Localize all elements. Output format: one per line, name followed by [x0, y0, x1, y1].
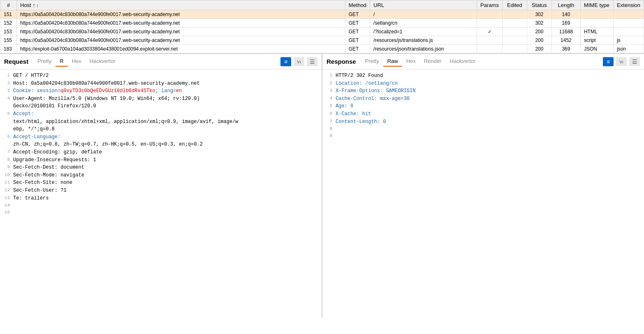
line-text: Accept: — [13, 110, 34, 118]
line-number: 5 — [2, 110, 13, 117]
line-text: Cache-Control: max-age=30 — [336, 95, 410, 103]
copy-btn-resp[interactable]: ≡ — [603, 57, 614, 66]
line-number: 4 — [325, 95, 336, 102]
response-header: Response Pretty Raw Hex Render Hackverto… — [322, 54, 644, 70]
line-number: 15 — [2, 209, 13, 216]
code-line: zh-CN, zh;q=0.8, zh-TW;q=0.7, zh-HK;q=0.… — [2, 141, 320, 148]
code-line: ebp, */*;q=0.8 — [2, 125, 320, 133]
code-line: 12Sec-Fetch-User: ?1 — [2, 187, 320, 195]
code-line: 9Sec-Fetch-Dest: document — [2, 164, 320, 172]
line-number: 14 — [2, 202, 13, 209]
line-text: Cookie: session=q0xyTD3c0bQeEDvGUz10dlb6… — [13, 87, 182, 95]
code-line: 8Upgrade-Insecure-Requests: 1 — [2, 156, 320, 164]
tab-hex-resp[interactable]: Hex — [402, 56, 420, 67]
line-text: Gecko/20100101 Firefox/120.0 — [13, 102, 96, 110]
request-content: 1GET / HTTP/22Host: 0a5a004204c830b080a7… — [0, 70, 322, 318]
line-number: 3 — [2, 87, 13, 94]
code-line: 5Age: 8 — [324, 102, 642, 110]
col-status[interactable]: Status — [527, 0, 551, 10]
tab-pretty-resp[interactable]: Pretty — [361, 56, 383, 67]
col-url[interactable]: URL — [370, 0, 477, 10]
code-line: text/html, application/xhtml+xml, applic… — [2, 118, 320, 126]
line-number: 4 — [2, 95, 13, 102]
code-line: 3Cookie: session=q0xyTD3c0bQeEDvGUz10dlb… — [2, 87, 320, 95]
table-row[interactable]: 183https://exploit-0a6700a104ad3033804e4… — [0, 45, 644, 54]
col-host[interactable]: Host ↑ — [17, 0, 345, 10]
code-line: 9 — [324, 132, 642, 139]
bottom-panel: Request Pretty R Hex Hackvertor ≡ \n ☰ 1… — [0, 54, 644, 318]
line-number: 8 — [325, 125, 336, 132]
col-hash: # — [0, 0, 17, 10]
tab-pretty-req[interactable]: Pretty — [33, 56, 56, 67]
response-title: Response — [327, 58, 356, 65]
copy-btn-req[interactable]: ≡ — [280, 57, 291, 66]
line-text: User-Agent: Mozilla/5.0 (Windows NT 10.0… — [13, 95, 200, 103]
col-params[interactable]: Params — [477, 0, 503, 10]
col-ext[interactable]: Extension — [613, 0, 644, 10]
newline-btn-req[interactable]: \n — [294, 57, 304, 66]
line-number: 7 — [325, 118, 336, 125]
table-row[interactable]: 153https://0a5a004204c830b080a744e900fe0… — [0, 28, 644, 36]
code-line: 2Location: /setlang/cn — [324, 80, 642, 88]
code-line: 7Content-Length: 0 — [324, 118, 642, 126]
response-tab-actions: ≡ \n ☰ — [603, 57, 640, 66]
line-number: 2 — [325, 80, 336, 87]
line-number: 6 — [2, 133, 13, 140]
code-line: 4User-Agent: Mozilla/5.0 (Windows NT 10.… — [2, 95, 320, 103]
line-text: X-Frame-Options: SAMEORIGIN — [336, 87, 415, 95]
line-text: Te: trailers — [13, 195, 49, 202]
line-text: Accept-Language: — [13, 133, 60, 141]
request-panel: Request Pretty R Hex Hackvertor ≡ \n ☰ 1… — [0, 54, 322, 318]
line-number: 9 — [2, 164, 13, 171]
tab-r-req[interactable]: R — [56, 56, 67, 67]
line-text: Host: 0a5a004204c830b080a744e900fe0017.w… — [13, 80, 200, 88]
line-number: 8 — [2, 156, 13, 163]
line-text: ebp, */*;q=0.8 — [13, 125, 55, 133]
line-text: Content-Length: 0 — [336, 118, 386, 126]
table-row[interactable]: 155https://0a5a004204c830b080a744e900fe0… — [0, 36, 644, 45]
code-line: 4Cache-Control: max-age=30 — [324, 95, 642, 103]
line-text: Upgrade-Insecure-Requests: 1 — [13, 156, 96, 164]
code-line: 5Accept: — [2, 110, 320, 118]
line-text: Age: 8 — [336, 102, 353, 110]
tab-hackvertor-resp[interactable]: Hackvertor — [445, 56, 480, 67]
line-number: 9 — [325, 132, 336, 139]
response-panel: Response Pretty Raw Hex Render Hackverto… — [322, 54, 644, 318]
tab-render-resp[interactable]: Render — [420, 56, 446, 67]
code-line: 6Accept-Language: — [2, 133, 320, 141]
code-line: 3X-Frame-Options: SAMEORIGIN — [324, 87, 642, 95]
col-length[interactable]: Length — [551, 0, 580, 10]
response-tab-bar: Pretty Raw Hex Render Hackvertor — [361, 56, 601, 67]
line-text: Sec-Fetch-Mode: navigate — [13, 172, 84, 179]
menu-btn-resp[interactable]: ☰ — [629, 57, 640, 66]
tab-raw-resp[interactable]: Raw — [383, 56, 402, 67]
line-text: Accept-Encoding: gzip, deflate — [13, 148, 102, 156]
col-mime[interactable]: MIME type — [580, 0, 613, 10]
tab-hackvertor-req[interactable]: Hackvertor — [86, 56, 120, 67]
line-number: 1 — [325, 72, 336, 79]
table-row[interactable]: 151https://0a5a004204c830b080a744e900fe0… — [0, 10, 644, 19]
newline-btn-resp[interactable]: \n — [616, 57, 627, 66]
col-edited[interactable]: Edited — [502, 0, 527, 10]
requests-table[interactable]: # Host ↑ Method URL Params Edited Status… — [0, 0, 644, 54]
line-number: 13 — [2, 195, 13, 202]
request-title: Request — [4, 58, 28, 65]
code-line: 13Te: trailers — [2, 195, 320, 202]
menu-btn-req[interactable]: ☰ — [307, 57, 317, 66]
table-row[interactable]: 152https://0a5a004204c830b080a744e900fe0… — [0, 19, 644, 28]
line-text: Sec-Fetch-Site: none — [13, 179, 72, 187]
line-text: zh-CN, zh;q=0.8, zh-TW;q=0.7, zh-HK;q=0.… — [13, 141, 203, 148]
line-number: 12 — [2, 187, 13, 194]
code-line: Gecko/20100101 Firefox/120.0 — [2, 102, 320, 110]
code-line: 1GET / HTTP/2 — [2, 72, 320, 80]
tab-hex-req[interactable]: Hex — [68, 56, 86, 67]
line-number: 7 — [2, 148, 13, 155]
code-line: 11Sec-Fetch-Site: none — [2, 179, 320, 187]
line-text: GET / HTTP/2 — [13, 72, 49, 80]
code-line: 15 — [2, 209, 320, 216]
line-number: 6 — [325, 110, 336, 117]
code-line: 14 — [2, 202, 320, 209]
line-text: Sec-Fetch-Dest: document — [13, 164, 84, 172]
col-method[interactable]: Method — [345, 0, 370, 10]
line-number: 3 — [325, 87, 336, 94]
